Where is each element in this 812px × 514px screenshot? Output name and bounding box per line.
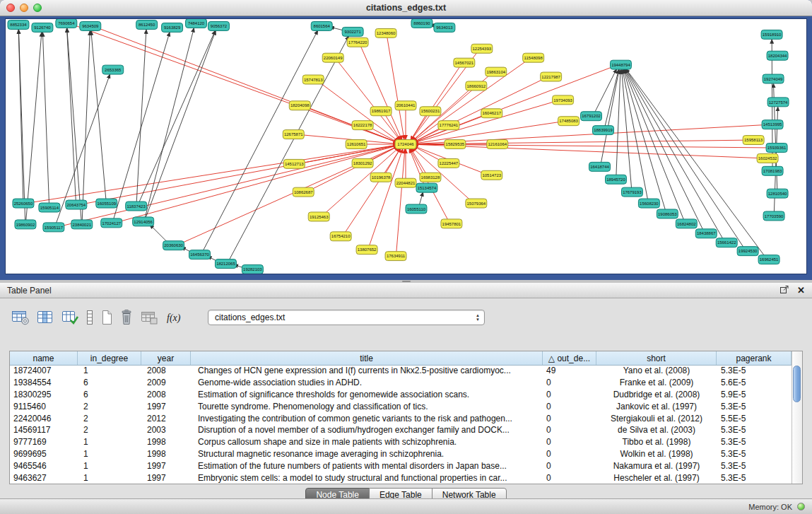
graph-node[interactable]: 17764220 [347,37,368,47]
graph-edge[interactable] [414,144,770,148]
graph-node[interactable]: 16222178 [352,121,373,130]
graph-edge[interactable] [42,33,49,204]
merge-tables-button[interactable] [140,308,158,327]
table-row[interactable]: 946554611997Estimation of the future num… [10,460,792,472]
close-panel-icon[interactable]: ✕ [797,286,805,295]
graph-edge[interactable] [91,31,106,200]
graph-node[interactable]: 20360630 [163,241,184,250]
minimize-window-button[interactable] [20,4,28,12]
graph-node[interactable]: 20643754 [66,200,87,209]
new-file-button[interactable] [100,308,113,327]
graph-node[interactable]: 19457801 [441,219,462,228]
graph-node[interactable]: 12225447 [438,158,459,168]
graph-node[interactable]: 13807652 [356,245,377,255]
graph-node[interactable]: 10514723 [481,170,502,180]
graph-edge[interactable] [113,33,170,220]
graph-edge[interactable] [622,70,632,189]
graph-node[interactable]: 19861917 [370,107,392,116]
graph-node[interactable]: 19274049 [763,74,784,83]
graph-node[interactable]: 14513995 [762,120,783,129]
graph-node[interactable]: 12610651 [346,140,367,149]
graph-node[interactable]: 18839919 [593,126,614,135]
table-selector-dropdown[interactable]: citations_edges.txt ▲▼ [208,310,485,325]
graph-node[interactable]: 16754210 [330,232,351,241]
graph-edge[interactable] [18,30,25,221]
graph-node[interactable]: 15905114 [39,203,60,212]
column-header-pagerank[interactable]: pagerank [717,351,792,365]
graph-node[interactable]: 25260650 [13,199,34,208]
graph-node[interactable]: 7484120 [186,19,207,28]
delete-table-button[interactable] [119,308,134,327]
graph-node[interactable]: 18212065 [215,259,236,269]
graph-node[interactable]: 19125463 [308,212,329,221]
row-tools-button[interactable] [86,308,94,327]
graph-node[interactable]: 17634911 [385,252,406,261]
float-panel-icon[interactable] [779,284,789,297]
graph-node[interactable]: 16055110 [406,204,427,214]
graph-node[interactable]: 12675871 [283,130,304,139]
graph-node[interactable]: 9163829 [162,23,183,32]
column-header-short[interactable]: short [596,351,717,365]
graph-node[interactable]: 18945720 [606,175,627,184]
graph-edge[interactable] [309,146,398,191]
graph-edge[interactable] [139,30,215,203]
graph-node[interactable]: 16055109 [96,199,117,208]
graph-node[interactable]: 2653365 [102,65,124,74]
graph-node[interactable]: 18301292 [352,158,373,168]
graph-node[interactable]: 15829535 [445,140,466,149]
graph-node[interactable]: 19448794 [610,60,631,69]
graph-node[interactable]: 11837423 [126,201,147,211]
graph-node[interactable]: 9056372 [208,21,229,30]
graph-edge[interactable] [117,146,397,222]
graph-node[interactable]: 18204344 [767,51,788,60]
graph-node[interactable]: 15134574 [416,183,437,192]
graph-node[interactable]: 18204098 [289,101,310,110]
graph-node[interactable]: 7690654 [56,19,77,28]
import-table-button[interactable] [61,308,79,327]
graph-edge[interactable] [83,145,398,204]
network-canvas[interactable]: 1724046158295351222544716983128220448211… [6,19,806,274]
graph-node[interactable]: 15608230 [638,199,659,208]
graph-node[interactable]: 10862687 [293,187,314,197]
graph-node[interactable]: 16046217 [481,109,502,118]
graph-node[interactable]: 20610441 [395,101,416,110]
column-header-title[interactable]: title [191,351,543,365]
graph-node[interactable]: 17024127 [101,218,122,228]
graph-node[interactable]: 18438867 [695,229,717,238]
graph-node[interactable]: 15918910 [761,30,782,39]
graph-node[interactable]: 17081983 [762,166,783,175]
graph-edge[interactable] [624,69,684,221]
graph-node[interactable]: 19086053 [657,209,678,218]
window-titlebar[interactable]: citations_edges.txt [0,0,812,16]
graph-node[interactable]: 11548098 [523,53,544,62]
graph-node[interactable]: 17776241 [438,121,459,130]
graph-edge[interactable] [414,144,761,158]
scrollbar-thumb[interactable] [793,366,801,402]
graph-node[interactable]: 12348060 [375,28,396,37]
graph-node[interactable]: 12254393 [471,44,493,53]
graph-edge[interactable] [26,33,42,221]
graph-edge[interactable] [203,30,318,252]
graph-node[interactable]: 15747813 [302,75,324,84]
table-row[interactable]: 1456911722003Disruption of a novel membe… [10,424,792,436]
graph-node[interactable]: 12914056 [133,217,154,226]
column-header-in_degree[interactable]: in_degree [78,351,141,365]
graph-edge[interactable] [626,69,765,257]
graph-node[interactable]: 8601564 [311,21,332,30]
graph-node[interactable]: 8852334 [8,20,29,29]
graph-node[interactable]: 19924530 [737,247,758,256]
graph-node[interactable]: 8612450 [136,20,158,29]
graph-node[interactable]: 22060149 [322,53,343,62]
graph-node[interactable]: 15661422 [716,238,737,247]
graph-node[interactable]: 16824802 [676,219,697,228]
graph-node[interactable]: 17703590 [763,211,784,221]
graph-node[interactable]: 19860902 [15,220,36,229]
vertical-scrollbar[interactable] [792,351,802,484]
graph-node[interactable]: 15958113 [743,136,764,145]
graph-edge[interactable] [601,70,619,163]
graph-node[interactable]: 12161064 [487,140,508,149]
graph-node[interactable]: 9302271 [342,27,363,36]
graph-node[interactable]: 16983128 [420,173,441,182]
graph-edge[interactable] [419,192,423,206]
graph-edge[interactable] [146,30,216,218]
